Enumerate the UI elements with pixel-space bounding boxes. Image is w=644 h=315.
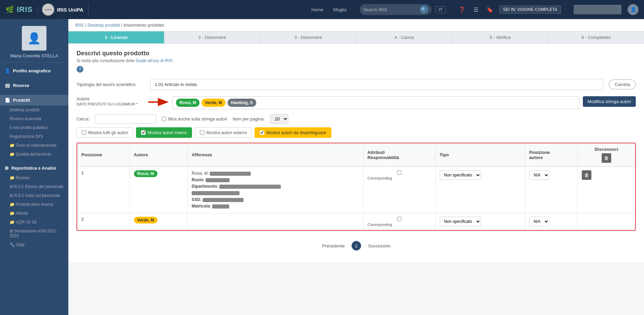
language-button[interactable]: IT [436, 6, 446, 13]
next-page-link[interactable]: Successivo [365, 242, 393, 250]
nav-home[interactable]: Home [309, 7, 326, 12]
th-afferenza: Afferenza [188, 143, 363, 167]
tipologia-row: Tipologia del lavoro scientifico 1.01 Ar… [77, 79, 636, 90]
corresponding-checkbox-2[interactable] [368, 217, 431, 221]
user-avatar[interactable]: 👤 [628, 4, 639, 15]
cell-disconosci-2 [577, 213, 635, 230]
tipo-select-1[interactable]: Non specificato Primo autore Ultimo auto… [440, 170, 481, 180]
sidebar-item-reportistica[interactable]: ⊞ Reportistica e Analisi [0, 163, 68, 173]
checkbox-disambiguare[interactable] [260, 130, 264, 135]
toggle-interni[interactable]: Mostra autori interni [136, 127, 192, 138]
author-tag-verde-table[interactable]: Verde, M [134, 217, 157, 224]
tipo-select-2[interactable]: Non specificato Primo autore Ultimo auto… [440, 217, 481, 226]
author-tag-verde[interactable]: Verde, M [202, 99, 225, 107]
attributi-cell-1: Corresponding [368, 170, 431, 180]
sidebar-item-attivita[interactable]: 📁 Attività [0, 209, 68, 218]
tipologia-value: 1.01 Articolo in rivista [150, 79, 603, 90]
cambia-button[interactable]: Cambia [609, 80, 636, 89]
bookmark-icon[interactable]: 🔖 [484, 6, 495, 13]
affil-ssd-label: SSD: [192, 197, 203, 202]
filtra-label-text: filtra anche sulla stringa autori [168, 116, 227, 121]
search-input[interactable] [363, 7, 418, 12]
affil-dip-label: Dipartimento: [192, 184, 219, 189]
guide-link[interactable]: Guide all'uso di IRIS [136, 58, 173, 63]
sidebar-item-prodotti[interactable]: 📄 Prodotti [0, 95, 68, 105]
sidebar-item-olap[interactable]: 🔧 Olap [0, 240, 68, 249]
checkbox-interni[interactable] [141, 130, 146, 135]
grid-icon-r02: ⊞ [10, 193, 13, 198]
prev-page-link[interactable]: Precedente [319, 242, 347, 250]
sidebar-item-r02[interactable]: ⊞ R.0.2 Indici sul personale [0, 191, 68, 200]
nav-sfoglia[interactable]: Sfoglia [330, 7, 349, 12]
delete-all-button[interactable]: 🗑 [602, 153, 611, 163]
toggle-esterni[interactable]: Mostra autori esterni [195, 127, 252, 138]
cell-attributi-1: Corresponding [363, 167, 435, 213]
sidebar-item-vqr[interactable]: 📁 VQR 15-19 [0, 218, 68, 227]
corresponding-checkbox-1[interactable] [368, 170, 431, 175]
grid-icon-report: ⊞ [5, 166, 9, 171]
folder-icon-prodotti: 📁 [10, 202, 15, 207]
user-name-bar [574, 5, 621, 14]
sidebar-item-simulazione[interactable]: ⊞ Simulazione ASN 2021-2023 [0, 227, 68, 240]
toggle-tutti[interactable]: Mostra tutti gli autori [77, 127, 133, 138]
sidebar-item-profilo-anagrafico[interactable]: 👤 Profilo anagrafico [0, 66, 68, 76]
tab-step-6[interactable]: 6 - Completato [548, 31, 644, 43]
affil-dip-extra [192, 191, 239, 195]
tab-step-4[interactable]: 4 - Carica [356, 31, 452, 43]
page-1-button[interactable]: 1 [352, 241, 361, 250]
filtra-checkbox-label[interactable]: filtra anche sulla stringa autori [162, 116, 227, 121]
sidebar-item-registrazione-doi[interactable]: Registrazione DOI [0, 132, 68, 141]
cerca-input[interactable] [95, 114, 156, 124]
tab-step-3[interactable]: 3 - Descrivere [260, 31, 356, 43]
breadcrumb: IRIS / Desktop prodotti / inserimento pr… [68, 19, 644, 31]
sidebar-item-r01[interactable]: ⊞ R.0.1 Elenco del personale [0, 182, 68, 191]
user-icon: 👤 [5, 68, 10, 73]
cell-afferenza-2 [188, 213, 363, 230]
search-button[interactable]: 🔍 [420, 5, 428, 14]
posizione-select-2[interactable]: N/A 1 2 [529, 217, 549, 226]
sidebar-item-qualita[interactable]: 📁 Qualità dell'archivio [0, 150, 68, 159]
list-icon[interactable]: ☰ [471, 6, 480, 13]
iris-logo[interactable]: 🌿 IRIS [5, 5, 38, 14]
help-circle-icon[interactable]: ? [77, 66, 83, 73]
items-per-page-select[interactable]: 10 25 50 [270, 114, 288, 124]
main-layout: 👤 Maria Concetta STELLA 👤 Profilo anagra… [0, 19, 644, 315]
help-icon[interactable]: ❓ [456, 6, 467, 13]
pagination-row: Precedente 1 Successivo [77, 235, 636, 256]
sidebar-item-tools[interactable]: 📁 Tools di manutenzione [0, 141, 68, 150]
sidebar-item-ricerca-avanzata[interactable]: Ricerca avanzata [0, 114, 68, 123]
author-tag-hawking[interactable]: Hawking, S [228, 99, 256, 107]
user-profile-area: 👤 Maria Concetta STELLA [0, 19, 68, 63]
folder-icon-risorse2: 📁 [10, 175, 15, 180]
checkbox-tutti[interactable] [82, 130, 86, 135]
modifica-stringa-button[interactable]: Modifica stringa autori [583, 96, 636, 107]
author-tag-rossi[interactable]: Rossi, M [176, 99, 200, 107]
arrow-indicator-icon [148, 97, 169, 109]
breadcrumb-iris[interactable]: IRIS [75, 23, 84, 28]
delete-row-1-button[interactable]: 🗑 [582, 170, 591, 180]
filtra-checkbox[interactable] [162, 117, 166, 121]
unipa-logo[interactable]: UniPA IRIS UniPA [42, 3, 88, 16]
breadcrumb-desktop[interactable]: Desktop prodotti [87, 23, 120, 28]
affil-ssd-value [203, 198, 244, 202]
sidebar-label-risorse: Risorse [13, 83, 29, 88]
toggle-row: Mostra tutti gli autori Mostra autori in… [77, 127, 636, 138]
filter-row: Cerca: filtra anche sulla stringa autori… [77, 114, 636, 124]
sidebar-item-prodotti-ricerca[interactable]: 📁 Prodotti della ricerca [0, 200, 68, 209]
sidebar-item-profilo-pubblico[interactable]: Il mio profilo pubblico [0, 123, 68, 132]
posizione-select-1[interactable]: N/A 1 2 [529, 170, 549, 180]
affil-ruolo-label: Ruolo: [192, 177, 206, 182]
cerca-label: Cerca: [77, 116, 90, 121]
vision-button[interactable]: SEI IN: VISIONE COMPLETA [499, 5, 561, 14]
sidebar-item-desktop-prodotti[interactable]: Desktop prodotti [0, 105, 68, 114]
toggle-disambiguare[interactable]: Mostra autori da disambiguare [255, 127, 331, 138]
table-row: 1 Rossi, M Rossi, M. Ruolo: Dipartimento… [77, 167, 635, 213]
author-tag-rossi-table[interactable]: Rossi, M [134, 170, 157, 177]
tab-step-1[interactable]: 1 - Licenza [68, 31, 164, 43]
tab-step-5[interactable]: 5 - Verifica [452, 31, 548, 43]
tab-step-2[interactable]: 2 - Descrivere [164, 31, 260, 43]
form-title: Descrivi questo prodotto [77, 50, 636, 57]
checkbox-esterni[interactable] [200, 130, 204, 135]
sidebar-item-risorse[interactable]: 🏢 Risorse [0, 80, 68, 91]
sidebar-item-risorse2[interactable]: 📁 Risorse [0, 173, 68, 182]
